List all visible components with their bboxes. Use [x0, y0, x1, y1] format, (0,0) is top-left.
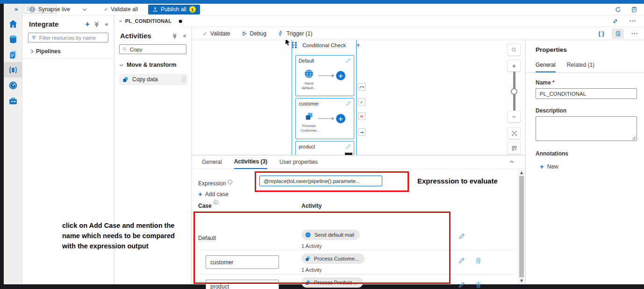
synapse-studio-window: » Exp Synapse live ✓ Validate all — [0, 0, 644, 289]
code-view-icon[interactable]: { } — [598, 30, 604, 37]
collapse-all-icon[interactable]: ≫ — [172, 33, 179, 39]
case-box-customer[interactable]: customer ProcessCustomer... + — [295, 98, 354, 139]
scrollbar-thumb[interactable] — [519, 176, 524, 277]
switch-node-header[interactable]: Conditional Check + — [291, 41, 361, 49]
auto-align-icon — [511, 145, 517, 151]
tab-activities[interactable]: Activities (3) — [234, 155, 267, 169]
sidebar-item-monitor[interactable] — [4, 78, 22, 93]
collapse-panel-icon[interactable]: « — [105, 21, 108, 28]
command-bar: Exp Synapse live ✓ Validate all Publish … — [22, 4, 644, 15]
clipboard-icon — [631, 6, 637, 13]
case-name-text: Default — [198, 235, 216, 241]
activity-pill[interactable]: Send default mail — [301, 230, 360, 240]
pipeline-canvas[interactable]: Conditional Check + Default Senddefault.… — [192, 40, 525, 155]
tab-user-properties[interactable]: User properties — [279, 156, 318, 169]
sidebar-item-develop[interactable] — [4, 47, 22, 62]
add-resource-icon[interactable]: + — [85, 21, 89, 28]
trigger-button[interactable]: Trigger (1) — [278, 30, 313, 37]
port-failure[interactable]: ✕ — [358, 113, 365, 120]
required-asterisk: * — [552, 79, 555, 86]
port-completion[interactable]: → — [358, 128, 365, 136]
sidebar-item-manage[interactable] — [4, 93, 22, 108]
refresh-button[interactable] — [615, 6, 622, 13]
mode-selector[interactable]: Synapse live — [29, 6, 86, 13]
new-annotation-label: New — [547, 163, 558, 170]
edit-case-button[interactable] — [458, 281, 465, 289]
edit-pencil-icon[interactable] — [345, 57, 351, 63]
publish-all-button[interactable]: Publish all 1 — [148, 5, 200, 14]
add-activity-button[interactable]: + — [336, 114, 345, 123]
scroll-down-icon[interactable]: ▼ — [518, 279, 525, 283]
case-name-input[interactable] — [206, 255, 279, 269]
canvas-more-icon[interactable]: ··· — [631, 30, 638, 37]
chevron-down-icon — [83, 7, 86, 10]
expression-input[interactable] — [259, 176, 382, 186]
delete-case-button[interactable] — [475, 281, 482, 289]
activity-pill[interactable]: Process Custome... — [301, 254, 365, 264]
feedback-button[interactable] — [631, 6, 637, 13]
screenshot-left-border — [0, 4, 4, 289]
edit-pencil-icon[interactable] — [345, 100, 351, 106]
tree-item-pipelines[interactable]: Pipelines — [22, 42, 114, 58]
collapse-panel-icon[interactable]: « — [183, 32, 186, 39]
resize-grip-icon[interactable] — [631, 135, 636, 140]
port-success[interactable]: ✓ — [358, 98, 365, 106]
case-name-input[interactable] — [206, 280, 279, 289]
fit-screen-icon — [511, 130, 517, 136]
failure-x-icon: ✕ — [360, 114, 364, 119]
publish-count-badge: 1 — [189, 6, 196, 13]
port-skipped[interactable] — [358, 83, 365, 91]
resource-filter-input[interactable] — [39, 35, 105, 41]
new-annotation-button[interactable]: + New — [540, 163, 644, 170]
edit-case-button[interactable] — [458, 257, 465, 266]
add-case-on-node-icon[interactable]: + — [356, 42, 361, 49]
tab-properties-general[interactable]: General — [536, 62, 556, 72]
add-case-button[interactable]: + Add case — [198, 190, 229, 197]
add-activity-button[interactable]: + — [336, 71, 345, 80]
expression-annotation-text: Expresssion to evaluate — [417, 177, 498, 185]
case-box-default[interactable]: Default Senddefault... + — [295, 55, 354, 96]
activity-search-input[interactable] — [130, 47, 183, 52]
description-textarea[interactable] — [536, 116, 637, 141]
expand-diagonal-icon[interactable] — [612, 18, 618, 24]
zoom-fit-button[interactable] — [508, 127, 521, 139]
edit-case-button[interactable] — [458, 233, 465, 241]
zoom-out-button[interactable]: − — [508, 111, 521, 122]
debug-button[interactable]: Debug — [242, 30, 266, 37]
switch-node-left-border — [292, 40, 292, 155]
collapse-all-icon[interactable]: ≫ — [94, 21, 100, 27]
canvas-toolbar: ✓ Validate Debug Trigger (1) { } ··· — [192, 27, 644, 40]
tab-more-icon[interactable]: ··· — [630, 18, 637, 24]
scroll-up-icon[interactable]: ▲ — [518, 170, 525, 175]
activity-pill[interactable]: Process Product ... — [301, 277, 363, 288]
sidebar-expand-icon[interactable]: » — [4, 4, 22, 16]
zoom-slider[interactable] — [508, 71, 521, 111]
pipeline-name-input[interactable] — [536, 88, 637, 99]
properties-toggle-button[interactable] — [612, 28, 624, 39]
tab-properties-related[interactable]: Related (1) — [567, 62, 594, 72]
tab-pl-conditional[interactable]: PL_CONDITIONAL ● — [114, 15, 183, 27]
activity-search[interactable] — [119, 44, 186, 54]
sidebar-item-integrate[interactable] — [4, 62, 22, 78]
edit-pencil-icon[interactable] — [345, 143, 351, 149]
collapse-panel-chevron[interactable] — [510, 159, 525, 165]
chevron-right-icon — [29, 49, 33, 53]
red-annotation-box-cases — [193, 211, 451, 284]
auto-align-button[interactable] — [508, 142, 521, 154]
delete-case-button[interactable] — [475, 257, 482, 266]
top-accent-bar — [0, 0, 644, 4]
tab-general[interactable]: General — [202, 156, 222, 169]
zoom-in-button[interactable]: + — [508, 60, 521, 71]
pipelines-label: Pipelines — [36, 48, 61, 55]
sidebar-item-home[interactable] — [4, 16, 22, 31]
zoom-slider-handle[interactable] — [511, 88, 517, 95]
config-scrollbar[interactable]: ▲ ▼ — [518, 169, 525, 284]
validate-button[interactable]: ✓ Validate — [203, 30, 230, 37]
section-move-transform[interactable]: Move & transform — [114, 54, 191, 70]
validate-all-button[interactable]: ✓ Validate all — [104, 6, 138, 13]
resource-filter[interactable] — [28, 33, 108, 42]
canvas-search-button[interactable] — [508, 44, 521, 56]
activity-copy-data[interactable]: Copy data — [119, 74, 187, 85]
drag-handle-icon[interactable] — [182, 77, 186, 82]
sidebar-item-data[interactable] — [4, 31, 22, 47]
